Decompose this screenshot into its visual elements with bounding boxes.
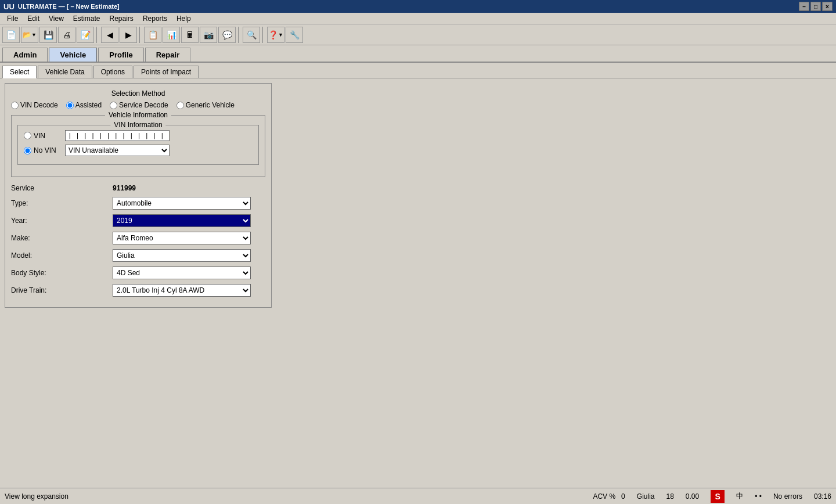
toolbar-doc-btn[interactable]: 📝 (77, 27, 94, 43)
toolbar-back-btn[interactable]: ◀ (101, 27, 118, 43)
toolbar-sep3 (238, 27, 240, 43)
year-select[interactable]: 2019 2020 2021 2018 (113, 214, 251, 227)
status-model: Giulia (637, 492, 655, 501)
radio-no-vin-label[interactable]: No VIN (24, 146, 62, 154)
radio-generic-vehicle[interactable]: Generic Vehicle (176, 101, 235, 109)
radio-service-decode[interactable]: Service Decode (110, 101, 168, 109)
toolbar-btn5[interactable]: 📋 (144, 27, 161, 43)
tab-admin[interactable]: Admin (2, 48, 48, 62)
status-time: 03:16 (814, 492, 831, 501)
menu-help[interactable]: Help (172, 13, 196, 24)
drive-train-select[interactable]: 2.0L Turbo Inj 4 Cyl 8A AWD 2.9L V6 AWD (113, 284, 251, 297)
radio-no-vin-input[interactable] (24, 147, 31, 154)
selection-method-row: VIN Decode Assisted Service Decode Gener… (11, 101, 265, 109)
radio-vin-input[interactable] (24, 132, 31, 139)
subtab-points-of-impact[interactable]: Points of Impact (134, 66, 199, 78)
status-right: ACV % 0 Giulia 18 0.00 S 中 • • No errors… (593, 490, 831, 503)
toolbar: 📄 📂▼ 💾 🖨 📝 ◀ ▶ 📋 📊 🖩 📷 💬 🔍 ❓▼ 🔧 (0, 24, 836, 45)
tab-vehicle[interactable]: Vehicle (49, 48, 97, 62)
subtab-select[interactable]: Select (2, 66, 37, 78)
drive-train-label: Drive Train: (11, 286, 113, 294)
year-row: Year: 2019 2020 2021 2018 (11, 214, 265, 227)
drive-train-row: Drive Train: 2.0L Turbo Inj 4 Cyl 8A AWD… (11, 284, 265, 297)
tab-repair[interactable]: Repair (145, 48, 190, 62)
toolbar-save-btn[interactable]: 💾 (39, 27, 57, 43)
service-value: 911999 (113, 184, 136, 192)
body-style-row: Body Style: 4D Sed 2D Cpe 4D SUV (11, 267, 265, 279)
status-lang: 中 (736, 491, 743, 501)
vin-information-group: VIN Information VIN No VIN VIN Unavailab… (17, 125, 259, 165)
minimize-button[interactable]: – (799, 2, 809, 11)
model-label: Model: (11, 251, 113, 260)
selection-method-title: Selection Method (11, 89, 265, 98)
body-style-select[interactable]: 4D Sed 2D Cpe 4D SUV (113, 267, 251, 279)
radio-vin-decode[interactable]: VIN Decode (11, 101, 58, 109)
app-logo: UU (3, 2, 15, 11)
vin-information-title: VIN Information (110, 121, 165, 129)
type-select[interactable]: Automobile Truck Van SUV (113, 197, 251, 210)
status-amount: 0.00 (686, 492, 699, 501)
status-errors: No errors (773, 492, 802, 501)
sub-tabs: Select Vehicle Data Options Points of Im… (0, 63, 836, 78)
restore-button[interactable]: □ (810, 2, 821, 11)
body-style-label: Body Style: (11, 269, 113, 277)
radio-service-decode-input[interactable] (110, 102, 117, 109)
toolbar-open-btn[interactable]: 📂▼ (21, 27, 38, 43)
toolbar-btn9[interactable]: 💬 (218, 27, 236, 43)
toolbar-settings-btn[interactable]: 🔧 (286, 27, 303, 43)
vin-text-input[interactable] (65, 130, 170, 141)
menu-edit[interactable]: Edit (23, 13, 44, 24)
status-dots: • • (755, 492, 762, 501)
status-number: 18 (666, 492, 673, 501)
service-row: Service 911999 (11, 184, 265, 192)
acv-label: ACV % 0 (593, 492, 625, 501)
status-left-text: View long expansion (5, 492, 593, 501)
toolbar-btn8[interactable]: 📷 (200, 27, 217, 43)
toolbar-search-btn[interactable]: 🔍 (243, 27, 260, 43)
nav-tabs: Admin Vehicle Profile Repair (0, 45, 836, 63)
no-vin-row: No VIN VIN Unavailable VIN Available (24, 145, 253, 156)
toolbar-print-btn[interactable]: 🖨 (58, 27, 75, 43)
radio-assisted[interactable]: Assisted (66, 101, 102, 109)
toolbar-sep1 (96, 27, 99, 43)
titlebar: UU ULTRAMATE — [ – New Estimate] – □ × (0, 0, 836, 13)
menu-view[interactable]: View (44, 13, 69, 24)
radio-vin-decode-input[interactable] (11, 102, 19, 109)
toolbar-btn7[interactable]: 🖩 (181, 27, 199, 43)
vehicle-information-title: Vehicle Information (105, 111, 171, 119)
form-panel: Selection Method VIN Decode Assisted Ser… (5, 83, 272, 308)
toolbar-sep4 (262, 27, 265, 43)
statusbar: View long expansion ACV % 0 Giulia 18 0.… (0, 488, 836, 504)
model-row: Model: Giulia Stelvio Giulietta (11, 249, 265, 262)
toolbar-sep2 (139, 27, 142, 43)
type-label: Type: (11, 199, 113, 207)
radio-vin-label[interactable]: VIN (24, 132, 62, 140)
status-logo: S (711, 490, 725, 503)
menubar: File Edit View Estimate Repairs Reports … (0, 13, 836, 24)
main-content: Selection Method VIN Decode Assisted Ser… (0, 78, 836, 312)
model-select[interactable]: Giulia Stelvio Giulietta (113, 249, 251, 262)
menu-reports[interactable]: Reports (138, 13, 172, 24)
make-row: Make: Alfa Romeo BMW Ford Toyota (11, 232, 265, 244)
toolbar-new-btn[interactable]: 📄 (2, 27, 20, 43)
subtab-vehicle-data[interactable]: Vehicle Data (38, 66, 92, 78)
menu-file[interactable]: File (2, 13, 23, 24)
vin-row: VIN (24, 130, 253, 141)
toolbar-help-btn[interactable]: ❓▼ (267, 27, 284, 43)
year-label: Year: (11, 217, 113, 225)
subtab-options[interactable]: Options (93, 66, 132, 78)
make-select[interactable]: Alfa Romeo BMW Ford Toyota (113, 232, 251, 244)
tab-profile[interactable]: Profile (98, 48, 143, 62)
close-button[interactable]: × (822, 2, 833, 11)
toolbar-btn6[interactable]: 📊 (163, 27, 180, 43)
app-title: ULTRAMATE — [ – New Estimate] (18, 3, 120, 10)
vehicle-information-group: Vehicle Information VIN Information VIN … (11, 115, 265, 177)
menu-repairs[interactable]: Repairs (105, 13, 138, 24)
type-row: Type: Automobile Truck Van SUV (11, 197, 265, 210)
radio-generic-vehicle-input[interactable] (176, 102, 184, 109)
no-vin-select[interactable]: VIN Unavailable VIN Available (65, 145, 170, 156)
menu-estimate[interactable]: Estimate (69, 13, 105, 24)
radio-assisted-input[interactable] (66, 102, 74, 109)
toolbar-fwd-btn[interactable]: ▶ (120, 27, 137, 43)
service-label: Service (11, 184, 113, 192)
